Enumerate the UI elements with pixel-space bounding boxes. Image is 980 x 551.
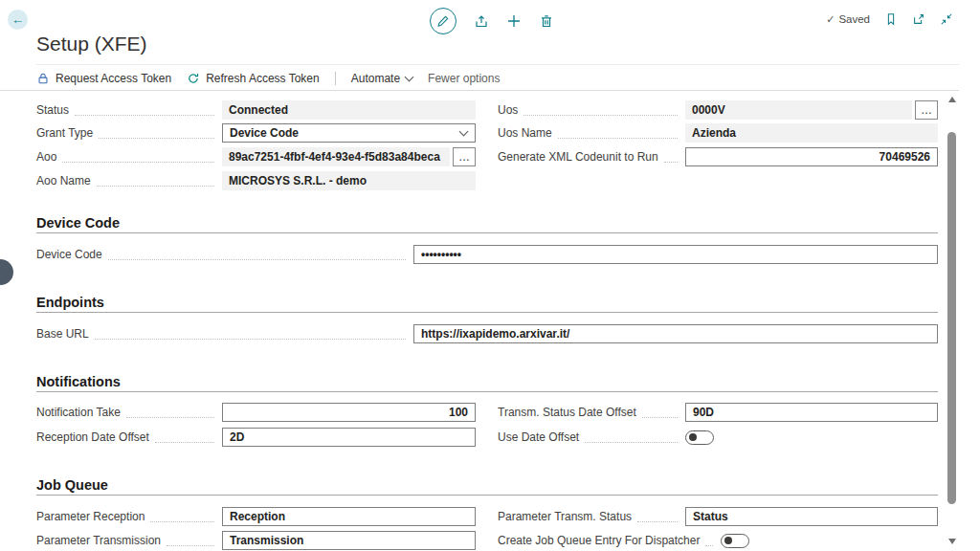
aoo-assist-button[interactable]: … — [453, 147, 476, 166]
section-rule — [36, 312, 938, 313]
create-job-queue-entry-toggle[interactable] — [721, 534, 749, 548]
field-label: Transm. Status Date Offset — [498, 406, 636, 419]
uos-assist-button[interactable]: … — [915, 100, 938, 120]
dotted-leader — [97, 175, 214, 187]
notification-take-row: Notification Take 100 — [36, 403, 476, 422]
parameter-transm-status-row: Parameter Transm. Status Status — [498, 507, 938, 526]
grant-type-value: Device Code — [230, 126, 299, 140]
dotted-leader — [75, 104, 214, 116]
refresh-access-token-button[interactable]: Refresh Access Token — [187, 72, 320, 85]
dotted-leader — [150, 511, 214, 522]
page-toolbar — [430, 8, 554, 34]
create-job-queue-entry-row: Create Job Queue Entry For Dispatcher — [498, 531, 938, 550]
dotted-leader — [558, 127, 678, 139]
edit-button[interactable] — [430, 8, 457, 34]
parameter-transm-status-field[interactable]: Status — [685, 507, 938, 526]
base-url-row: Base URL https://ixapidemo.arxivar.it/ — [36, 324, 938, 343]
vertical-scrollbar[interactable] — [946, 92, 960, 551]
fewer-options-button[interactable]: Fewer options — [428, 72, 500, 85]
parameter-transmission-row: Parameter Transmission Transmission — [36, 531, 476, 550]
lock-icon — [36, 72, 50, 85]
grant-type-row: Grant Type Device Code — [36, 123, 476, 143]
scroll-down-arrow-icon[interactable] — [948, 539, 956, 544]
uos-field: 0000V — [685, 100, 912, 120]
side-panel-handle[interactable] — [0, 259, 13, 285]
aoo-name-field: MICROSYS S.R.L. - demo — [222, 171, 476, 190]
aoo-field: 89ac7251-4fbf-4ef4-93e4-f5d83a84beca — [222, 147, 450, 166]
dotted-leader — [62, 151, 214, 163]
transm-status-date-offset-field[interactable]: 90D — [685, 403, 938, 422]
dotted-leader — [108, 249, 406, 260]
reception-date-offset-field[interactable]: 2D — [222, 428, 476, 447]
status-row: Status Connected — [36, 100, 476, 120]
field-label: Device Code — [36, 248, 102, 261]
device-code-field[interactable]: •••••••••• — [413, 245, 938, 264]
dotted-leader — [664, 151, 678, 163]
section-title-job-queue: Job Queue — [36, 477, 108, 493]
field-label: Aoo Name — [36, 174, 91, 187]
section-title-device-code: Device Code — [36, 215, 120, 231]
action-bar: Request Access Token Refresh Access Toke… — [36, 68, 500, 89]
aoo-name-row: Aoo Name MICROSYS S.R.L. - demo — [36, 171, 476, 190]
dotted-leader — [167, 535, 214, 546]
plus-icon[interactable] — [506, 13, 522, 29]
field-label: Uos Name — [498, 126, 552, 140]
generate-xml-codeunit-field[interactable]: 70469526 — [685, 147, 938, 166]
dotted-leader — [126, 407, 214, 418]
check-icon — [826, 13, 835, 26]
section-rule — [36, 391, 938, 392]
refresh-access-token-label: Refresh Access Token — [206, 72, 320, 85]
base-url-field[interactable]: https://ixapidemo.arxivar.it/ — [413, 324, 938, 343]
pencil-icon — [436, 14, 450, 28]
request-access-token-button[interactable]: Request Access Token — [36, 72, 171, 85]
aoo-field-group: 89ac7251-4fbf-4ef4-93e4-f5d83a84beca … — [222, 147, 476, 166]
use-date-offset-control — [685, 430, 938, 445]
save-status-label: Saved — [838, 13, 870, 25]
collapse-icon[interactable] — [940, 12, 953, 26]
section-title-notifications: Notifications — [36, 374, 121, 389]
refresh-icon — [187, 72, 200, 85]
section-rule — [36, 232, 938, 233]
uos-row: Uos 0000V … — [498, 100, 938, 120]
toolbar-divider — [335, 72, 336, 85]
status-field: Connected — [222, 100, 476, 120]
aoo-row: Aoo 89ac7251-4fbf-4ef4-93e4-f5d83a84beca… — [36, 147, 476, 166]
field-label: Grant Type — [36, 126, 93, 140]
scrollbar-thumb[interactable] — [947, 132, 956, 504]
use-date-offset-toggle[interactable] — [685, 430, 714, 445]
window-controls: Saved — [826, 12, 953, 26]
uos-name-row: Uos Name Azienda — [498, 123, 938, 143]
reception-date-offset-row: Reception Date Offset 2D — [36, 428, 476, 447]
field-label: Notification Take — [36, 406, 121, 419]
field-label: Use Date Offset — [498, 430, 579, 444]
parameter-reception-field[interactable]: Reception — [222, 507, 476, 526]
field-label: Parameter Transmission — [36, 534, 161, 547]
request-access-token-label: Request Access Token — [56, 72, 171, 85]
dotted-leader — [155, 431, 214, 443]
generate-xml-codeunit-row: Generate XML Codeunit to Run 70469526 — [498, 147, 938, 166]
uos-field-group: 0000V … — [685, 100, 938, 120]
toggle-knob — [689, 433, 697, 441]
parameter-transmission-field[interactable]: Transmission — [222, 531, 476, 550]
automate-label: Automate — [351, 72, 400, 85]
field-label: Parameter Transm. Status — [498, 510, 632, 523]
automate-menu[interactable]: Automate — [351, 72, 412, 85]
notification-take-field[interactable]: 100 — [222, 403, 476, 422]
trash-icon[interactable] — [539, 13, 554, 29]
back-button[interactable] — [8, 10, 28, 30]
uos-name-field: Azienda — [685, 123, 938, 143]
grant-type-dropdown[interactable]: Device Code — [222, 123, 476, 143]
parameter-reception-row: Parameter Reception Reception — [36, 507, 476, 526]
field-label: Aoo — [36, 150, 56, 164]
dotted-leader — [523, 104, 678, 116]
setup-page: Saved Setup (XFE) Request Access Token — [0, 0, 980, 551]
share-icon[interactable] — [474, 13, 489, 29]
divider — [36, 64, 959, 65]
scroll-up-arrow-icon[interactable] — [948, 97, 956, 102]
section-title-endpoints: Endpoints — [36, 295, 104, 310]
dotted-leader — [585, 431, 678, 443]
device-code-row: Device Code •••••••••• — [36, 245, 938, 264]
chevron-down-icon — [405, 73, 414, 82]
bookmark-icon[interactable] — [884, 12, 898, 26]
open-in-new-window-icon[interactable] — [912, 12, 925, 26]
